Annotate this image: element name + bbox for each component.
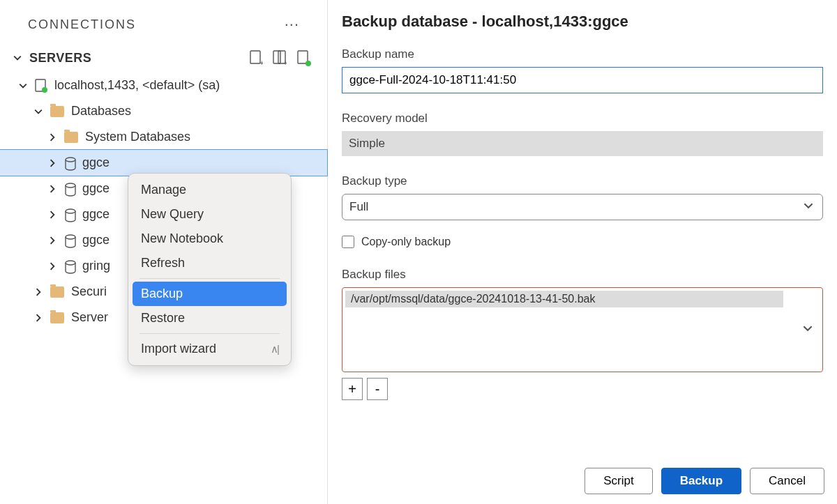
menu-backup[interactable]: Backup [133,282,287,306]
server-status-icon[interactable] [296,50,310,66]
server-label: localhost,1433, <default> (sa) [54,78,220,93]
chevron-down-icon [33,107,43,116]
chevron-right-icon [47,262,57,270]
database-icon [64,234,75,247]
svg-point-8 [66,183,75,188]
chevron-down-icon[interactable] [13,54,22,62]
add-file-button[interactable]: + [342,378,363,400]
security-label: Securi [71,284,107,299]
db-label: ggce [82,155,110,170]
database-node-ggce[interactable]: ggce [0,150,327,176]
more-icon[interactable]: ··· [285,15,299,33]
sidebar: CONNECTIONS ··· SERVERS + + [0,0,328,504]
menu-import-wizard[interactable]: Import wizard ∧| [133,337,287,361]
system-databases-node[interactable]: System Databases [0,124,327,150]
backup-files-label: Backup files [342,268,823,282]
db-label: gring [82,259,110,273]
db-label: ggce [82,233,110,247]
folder-icon [64,132,78,143]
svg-point-11 [66,261,75,265]
folder-icon [50,312,64,323]
connections-title: CONNECTIONS [28,17,136,32]
recovery-model-value: Simple [342,131,823,156]
backup-type-label: Backup type [342,174,823,188]
menu-separator [140,278,280,279]
database-icon [64,157,75,169]
chevron-down-icon [803,323,813,336]
svg-text:+: + [259,59,263,66]
system-db-label: System Databases [85,130,190,144]
databases-node[interactable]: Databases [0,98,327,124]
menu-new-query[interactable]: New Query [133,202,287,227]
servers-label: SERVERS [29,51,91,66]
copy-only-checkbox[interactable] [342,236,354,248]
db-label: ggce [82,207,110,222]
server-icon [35,79,47,93]
backup-button[interactable]: Backup [661,468,741,494]
server-toolbar: + + [249,50,315,66]
backup-name-label: Backup name [342,47,823,61]
new-connection-icon[interactable]: + [249,50,263,66]
svg-rect-2 [273,51,280,63]
chevron-right-icon [33,288,43,296]
menu-refresh[interactable]: Refresh [133,251,287,275]
remove-file-button[interactable]: - [367,378,388,400]
menu-separator [140,333,280,334]
folder-icon [50,287,64,298]
recovery-model-label: Recovery model [342,112,823,125]
svg-point-10 [66,235,75,239]
menu-new-notebook[interactable]: New Notebook [133,227,287,251]
backup-panel: Backup database - localhost,1433:ggce Ba… [328,0,837,504]
svg-point-7 [66,158,75,162]
context-menu: Manage New Query New Notebook Refresh Ba… [128,173,292,366]
panel-title: Backup database - localhost,1433:ggce [342,13,823,31]
menu-restore[interactable]: Restore [133,306,287,330]
chevron-right-icon [33,314,43,322]
svg-point-9 [66,209,75,213]
chevron-right-icon: ∧| [271,343,278,356]
svg-rect-0 [250,51,260,63]
backup-files-list[interactable]: /var/opt/mssql/data/ggce-20241018-13-41-… [342,287,823,372]
folder-icon [50,106,64,117]
cancel-button[interactable]: Cancel [750,468,824,494]
server-objects-label: Server [71,310,108,325]
chevron-down-icon [18,82,28,90]
new-group-icon[interactable]: + [273,50,287,66]
server-node[interactable]: localhost,1433, <default> (sa) [0,72,327,98]
svg-text:+: + [283,59,287,66]
chevron-right-icon [47,211,57,219]
databases-label: Databases [71,104,131,119]
db-label: ggce [82,181,110,196]
chevron-right-icon [47,133,57,142]
chevron-right-icon [47,236,57,245]
script-button[interactable]: Script [585,468,652,494]
chevron-right-icon [47,159,57,167]
servers-header: SERVERS + + [0,46,327,72]
copy-only-label: Copy-only backup [361,236,451,248]
backup-file-entry[interactable]: /var/opt/mssql/data/ggce-20241018-13-41-… [345,291,783,307]
menu-manage[interactable]: Manage [133,178,287,202]
backup-type-select[interactable]: Full [342,194,823,220]
backup-name-input[interactable] [342,67,823,93]
sidebar-header: CONNECTIONS ··· [0,0,327,46]
database-icon [64,183,75,195]
footer-buttons: Script Backup Cancel [585,468,824,494]
database-icon [64,208,75,221]
chevron-right-icon [47,185,57,193]
database-icon [64,260,75,273]
